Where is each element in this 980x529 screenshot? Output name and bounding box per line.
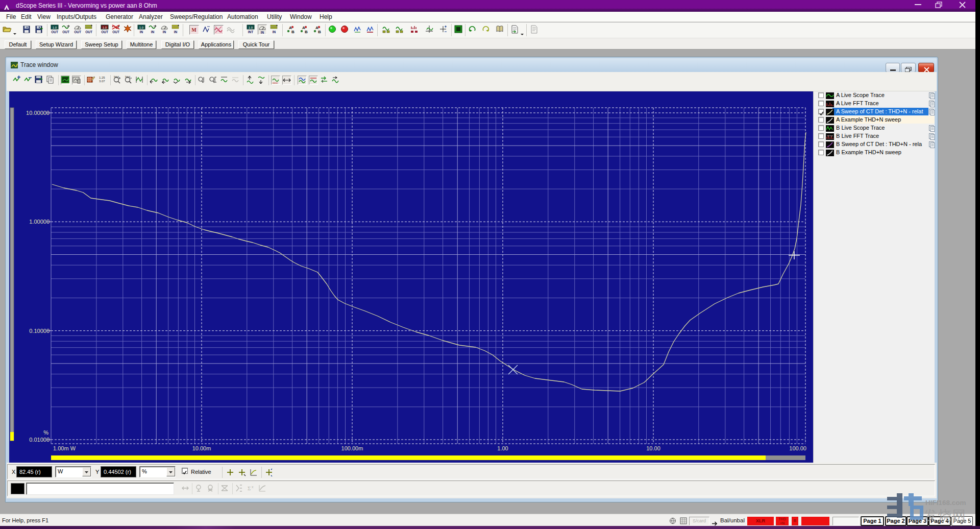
svg-text:OUT: OUT bbox=[85, 30, 92, 34]
svg-text:OUT: OUT bbox=[51, 30, 58, 34]
svg-text:OUT: OUT bbox=[112, 30, 119, 34]
svg-text:OUT: OUT bbox=[62, 30, 69, 34]
svg-text:Input: Input bbox=[114, 76, 119, 78]
svg-text:IN: IN bbox=[273, 30, 276, 34]
svg-text:1.00: 1.00 bbox=[497, 445, 508, 451]
svg-text:HIFI168.com: HIFI168.com bbox=[925, 499, 966, 507]
svg-text:100.00: 100.00 bbox=[789, 445, 806, 451]
svg-text:0.10000: 0.10000 bbox=[29, 328, 50, 334]
svg-text:0.01000: 0.01000 bbox=[29, 437, 50, 443]
svg-text:B: B bbox=[305, 30, 308, 34]
svg-text:B: B bbox=[291, 30, 295, 34]
svg-text:发烧网: 发烧网 bbox=[924, 508, 967, 523]
svg-text:1.0: 1.0 bbox=[139, 26, 144, 29]
svg-text:B: B bbox=[318, 30, 321, 34]
svg-text:10.00m: 10.00m bbox=[192, 445, 211, 451]
svg-text:x: x bbox=[252, 485, 254, 489]
svg-text:ooo: ooo bbox=[273, 81, 278, 84]
svg-text:1.0: 1.0 bbox=[103, 26, 107, 29]
svg-text:Σ: Σ bbox=[248, 485, 251, 491]
svg-text:IN: IN bbox=[163, 30, 166, 34]
svg-text:IN: IN bbox=[140, 30, 143, 34]
svg-text:Input: Input bbox=[125, 76, 131, 78]
svg-text:%: % bbox=[43, 429, 48, 436]
svg-text:1.0: 1.0 bbox=[53, 26, 57, 29]
svg-text:1.25: 1.25 bbox=[99, 76, 105, 79]
svg-text:100.00m: 100.00m bbox=[341, 445, 363, 451]
svg-text:1.00m W: 1.00m W bbox=[53, 445, 76, 451]
svg-text:M: M bbox=[191, 27, 197, 33]
svg-text:IN: IN bbox=[151, 30, 155, 34]
svg-text:IN: IN bbox=[261, 31, 264, 34]
svg-text:OUT: OUT bbox=[74, 30, 81, 34]
svg-text:1.00000: 1.00000 bbox=[29, 219, 50, 225]
svg-text:10.00000: 10.00000 bbox=[26, 110, 50, 116]
svg-text:OUT: OUT bbox=[101, 30, 108, 34]
svg-text:IN: IN bbox=[174, 30, 178, 34]
svg-text:3.07: 3.07 bbox=[99, 80, 105, 83]
svg-text:1.0: 1.0 bbox=[249, 26, 253, 29]
svg-text:10.00: 10.00 bbox=[646, 445, 660, 451]
svg-text:INT: INT bbox=[248, 30, 254, 34]
